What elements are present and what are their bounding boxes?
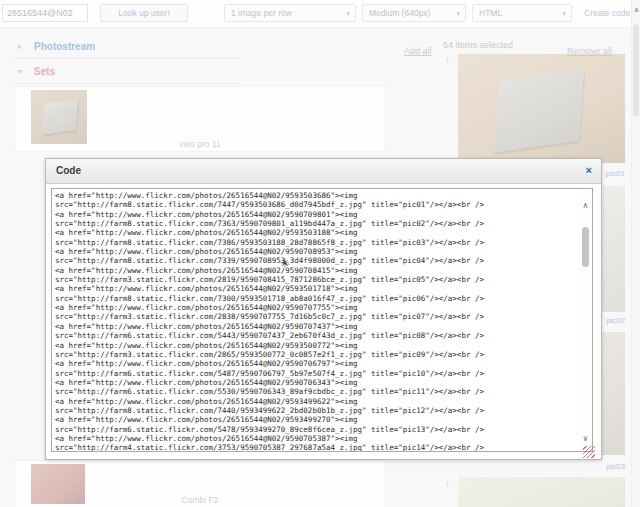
close-icon[interactable]: ×: [586, 164, 592, 176]
cursor-icon: ✳: [280, 257, 289, 270]
code-container: ∧ ∨: [51, 188, 593, 452]
scroll-up-icon[interactable]: ∧: [579, 201, 592, 210]
resize-grip-icon[interactable]: [583, 446, 595, 458]
scroll-down-icon[interactable]: ∨: [579, 434, 592, 443]
textarea-scrollbar[interactable]: ∧ ∨: [579, 189, 592, 451]
code-textarea[interactable]: [52, 189, 592, 451]
code-dialog: Code × ∧ ∨: [45, 158, 602, 460]
dialog-header[interactable]: Code ×: [46, 159, 601, 184]
scrollbar-thumb[interactable]: [582, 227, 589, 267]
dialog-title: Code: [56, 165, 81, 176]
